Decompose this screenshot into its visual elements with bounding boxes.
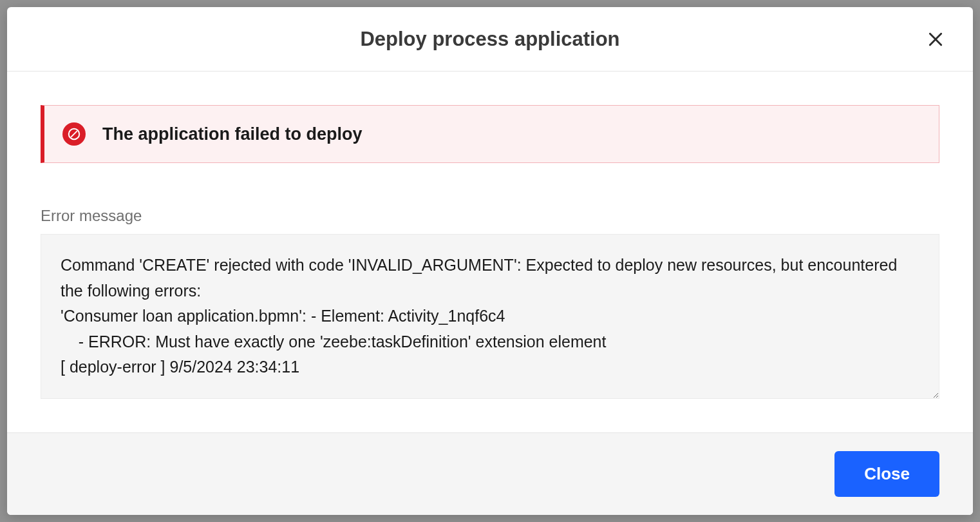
deploy-modal: Deploy process application The applicati… (7, 7, 973, 515)
error-icon (62, 122, 86, 146)
modal-footer: Close (7, 432, 973, 515)
modal-header: Deploy process application (7, 7, 973, 72)
modal-body: The application failed to deploy Error m… (7, 72, 973, 432)
close-icon-button[interactable] (923, 26, 948, 52)
error-message-box[interactable]: Command 'CREATE' rejected with code 'INV… (41, 234, 939, 399)
close-icon (927, 31, 944, 48)
close-button[interactable]: Close (834, 451, 939, 497)
error-alert-text: The application failed to deploy (102, 124, 363, 144)
modal-title: Deploy process application (360, 28, 619, 51)
svg-line-3 (71, 131, 77, 137)
error-alert: The application failed to deploy (41, 105, 939, 163)
error-message-label: Error message (41, 207, 939, 225)
